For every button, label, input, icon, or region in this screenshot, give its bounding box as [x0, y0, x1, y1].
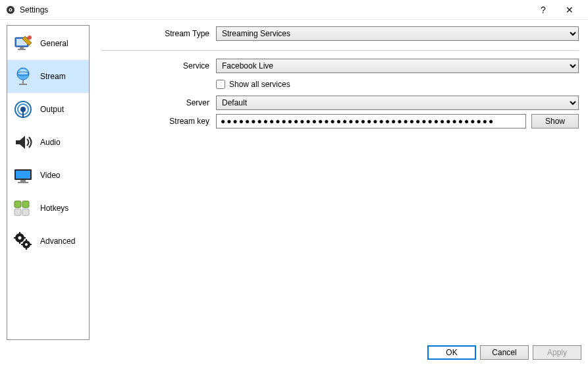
server-label: Server	[101, 98, 216, 107]
svg-rect-10	[22, 80, 24, 84]
stream-key-input[interactable]	[216, 114, 526, 128]
sidebar-item-label: Video	[40, 171, 60, 180]
sidebar-item-label: Audio	[40, 138, 61, 147]
svg-rect-33	[26, 248, 27, 250]
svg-rect-19	[18, 182, 28, 183]
svg-point-25	[18, 237, 22, 240]
video-icon	[11, 163, 35, 187]
sidebar-item-stream[interactable]: Stream	[7, 60, 89, 93]
sidebar-item-video[interactable]: Video	[7, 159, 89, 192]
svg-rect-28	[19, 232, 20, 235]
svg-point-7	[28, 36, 32, 40]
separator	[101, 50, 579, 51]
svg-point-2	[10, 9, 11, 10]
sidebar-item-label: Advanced	[40, 237, 75, 246]
ok-button[interactable]: OK	[427, 345, 476, 360]
svg-rect-17	[16, 171, 30, 179]
show-all-services-checkbox[interactable]: Show all services	[216, 77, 290, 92]
svg-rect-6	[18, 49, 26, 50]
sidebar-item-audio[interactable]: Audio	[7, 126, 89, 159]
advanced-icon	[11, 229, 35, 253]
svg-rect-30	[14, 237, 16, 239]
service-label: Service	[101, 61, 216, 71]
show-key-button[interactable]: Show	[531, 114, 579, 128]
stream-type-select[interactable]: Streaming Services	[216, 26, 579, 41]
close-button[interactable]: ✕	[556, 0, 583, 20]
svg-rect-11	[19, 84, 27, 85]
server-select[interactable]: Default	[216, 96, 579, 110]
svg-rect-29	[19, 241, 20, 244]
help-button[interactable]: ?	[530, 0, 556, 20]
stream-icon	[11, 65, 35, 88]
output-icon	[11, 98, 35, 121]
sidebar-item-hotkeys[interactable]: Hotkeys	[7, 192, 89, 225]
svg-rect-20	[14, 201, 21, 208]
show-all-services-input[interactable]	[216, 80, 225, 89]
svg-rect-23	[22, 209, 29, 215]
svg-rect-5	[20, 47, 24, 49]
show-all-services-label: Show all services	[229, 80, 290, 89]
svg-rect-32	[26, 239, 27, 241]
svg-rect-15	[22, 109, 24, 118]
sidebar-item-label: Output	[40, 105, 64, 114]
service-select[interactable]: Facebook Live	[216, 59, 579, 73]
sidebar-item-general[interactable]: General	[7, 27, 89, 60]
titlebar: Settings ? ✕	[0, 0, 588, 20]
sidebar-item-label: Stream	[40, 72, 66, 81]
svg-rect-35	[30, 244, 32, 245]
dialog-footer: OK Cancel Apply	[0, 343, 588, 366]
stream-type-label: Stream Type	[101, 29, 216, 38]
settings-sidebar: General Stream	[7, 25, 90, 340]
window-title: Settings	[20, 5, 48, 14]
svg-rect-31	[23, 237, 26, 239]
svg-rect-34	[21, 244, 23, 245]
svg-rect-18	[20, 180, 26, 182]
app-icon	[5, 5, 16, 15]
apply-button[interactable]: Apply	[533, 345, 581, 360]
svg-rect-22	[14, 209, 21, 215]
cancel-button[interactable]: Cancel	[480, 345, 529, 360]
general-icon	[11, 32, 35, 55]
sidebar-item-label: General	[40, 39, 68, 48]
svg-point-27	[25, 243, 28, 246]
audio-icon	[11, 130, 35, 154]
svg-rect-21	[22, 201, 29, 208]
stream-settings-panel: Stream Type Streaming Services Service F…	[90, 25, 581, 340]
hotkeys-icon	[11, 196, 35, 220]
sidebar-item-advanced[interactable]: Advanced	[7, 225, 89, 258]
sidebar-item-label: Hotkeys	[40, 204, 68, 213]
sidebar-item-output[interactable]: Output	[7, 93, 89, 126]
stream-key-label: Stream key	[101, 117, 216, 126]
